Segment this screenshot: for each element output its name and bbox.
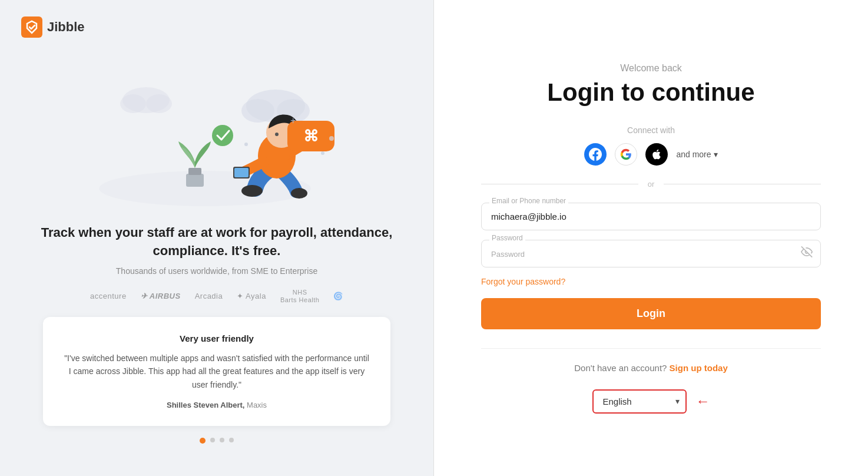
testimonial-card: Very user friendly "I've switched betwee…: [43, 317, 390, 426]
svg-point-16: [291, 188, 307, 199]
svg-point-12: [275, 133, 279, 136]
svg-point-15: [241, 185, 263, 197]
login-title: Login to continue: [547, 78, 754, 107]
svg-point-24: [321, 151, 324, 155]
dot-3[interactable]: [220, 438, 224, 442]
email-input[interactable]: [481, 203, 821, 230]
testimonial-body: "I've switched between multiple apps and…: [64, 352, 369, 391]
testimonial-author: Shilles Steven Albert, Maxis: [64, 401, 369, 409]
svg-text:⌘: ⌘: [303, 127, 319, 145]
logo[interactable]: Jibble: [21, 16, 85, 38]
forgot-password-link[interactable]: Forgot your password?: [481, 277, 821, 286]
illustration-svg: ⌘ + +: [87, 59, 346, 212]
connect-with-label: Connect with: [627, 125, 675, 135]
svg-rect-8: [186, 174, 204, 187]
language-selector-wrapper: English Spanish French German Japanese ←: [592, 389, 710, 414]
svg-point-20: [212, 125, 233, 146]
brand-accenture: accenture: [90, 292, 127, 300]
jibble-logo-icon: [21, 16, 42, 38]
bottom-divider: [481, 348, 821, 349]
apple-login-button[interactable]: [645, 143, 668, 166]
and-more-text: and more: [676, 150, 711, 159]
password-label: Password: [489, 234, 525, 242]
password-input-group: Password: [481, 240, 821, 267]
welcome-back-text: Welcome back: [620, 63, 682, 74]
svg-rect-9: [188, 168, 201, 175]
divider-left: [481, 184, 638, 184]
headline-text: Track when your staff are at work for pa…: [24, 224, 410, 260]
divider-row: or: [481, 180, 821, 189]
password-toggle-icon[interactable]: [801, 246, 813, 261]
logo-text: Jibble: [47, 19, 85, 35]
signup-text: Don't have an account?: [574, 363, 667, 373]
svg-point-23: [329, 136, 334, 141]
testimonial-author-name: Shilles Steven Albert,: [167, 401, 244, 409]
testimonial-title: Very user friendly: [64, 333, 369, 343]
divider-right: [664, 184, 821, 184]
language-selector[interactable]: English Spanish French German Japanese: [592, 389, 687, 414]
svg-rect-0: [21, 16, 42, 38]
right-panel: Welcome back Login to continue Connect w…: [434, 0, 868, 476]
testimonial-company: Maxis: [244, 401, 267, 409]
brand-airbus: ✈ AIRBUS: [141, 292, 181, 300]
svg-text:+: +: [290, 115, 296, 125]
dot-4[interactable]: [229, 438, 234, 442]
svg-point-25: [244, 143, 248, 146]
svg-point-3: [241, 99, 274, 123]
brand-ayala: ✦ Ayala: [237, 292, 266, 300]
password-input[interactable]: [481, 240, 821, 267]
left-panel: Jibble: [0, 0, 434, 476]
email-label: Email or Phone number: [489, 197, 568, 205]
dot-1[interactable]: [200, 438, 206, 444]
and-more-button[interactable]: and more ▾: [676, 150, 717, 159]
illustration-area: ⌘ + +: [24, 53, 410, 218]
brand-nhs: NHSBarts Health: [280, 289, 320, 304]
login-button[interactable]: Login: [481, 298, 821, 329]
brand-arcadia: Arcadia: [195, 292, 223, 300]
svg-rect-14: [234, 168, 249, 177]
signup-link[interactable]: Sign up today: [670, 363, 728, 373]
google-login-button[interactable]: [615, 143, 637, 166]
chevron-down-icon: ▾: [714, 150, 718, 159]
brand-epiqe: 🌀: [333, 292, 343, 300]
svg-point-6: [120, 94, 146, 113]
dots-row: [200, 438, 234, 444]
brands-row: accenture ✈ AIRBUS Arcadia ✦ Ayala NHSBa…: [90, 289, 343, 304]
or-text: or: [648, 180, 655, 189]
facebook-login-button[interactable]: [584, 143, 607, 166]
arrow-indicator: ←: [696, 393, 710, 409]
svg-point-7: [146, 94, 172, 113]
language-select-wrapper: English Spanish French German Japanese: [592, 389, 687, 414]
subtext: Thousands of users worldwide, from SME t…: [116, 266, 317, 276]
social-row: and more ▾: [584, 143, 717, 166]
email-input-group: Email or Phone number: [481, 203, 821, 230]
dot-2[interactable]: [210, 438, 215, 442]
signup-row: Don't have an account? Sign up today: [574, 363, 728, 373]
